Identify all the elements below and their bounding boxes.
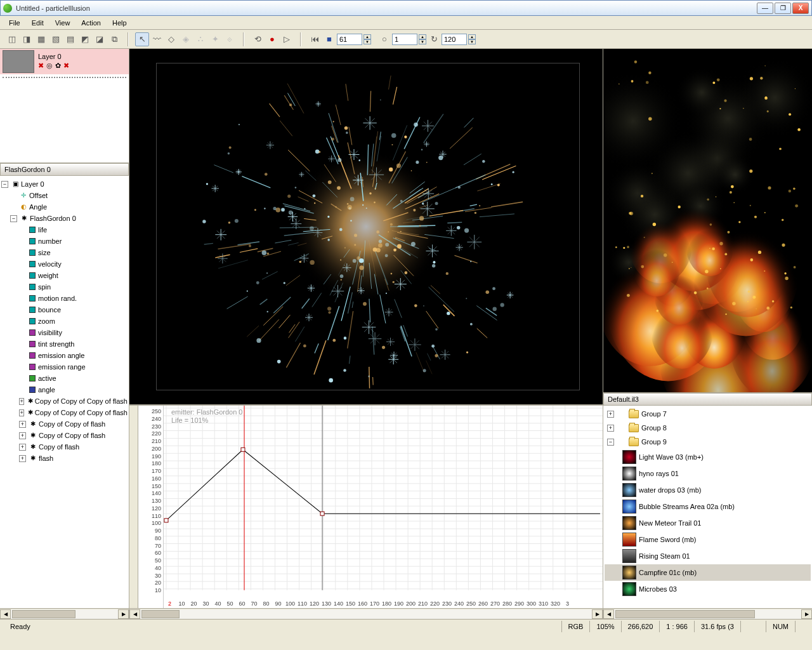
tool-btn-1[interactable]: ◫ xyxy=(5,32,19,46)
lib-scroll-left[interactable]: ◀ xyxy=(603,609,614,619)
svg-point-558 xyxy=(646,81,649,84)
loop-icon[interactable]: ↻ xyxy=(427,32,441,46)
lib-preset-1[interactable]: hyno rays 01 xyxy=(605,465,811,482)
graph-scroll-right[interactable]: ▶ xyxy=(592,609,603,619)
tree-prop-motion-rand-[interactable]: motion rand. xyxy=(1,293,128,304)
stage-viewport[interactable] xyxy=(129,49,603,405)
tool-btn-5[interactable]: ▤ xyxy=(63,32,77,46)
tree-prop-tint-strength[interactable]: tint strength xyxy=(1,338,128,350)
lib-group-1[interactable]: +Group 8 xyxy=(605,421,811,435)
tree-prop-emission-range[interactable]: emission range xyxy=(1,361,128,373)
lib-scroll-thumb[interactable] xyxy=(615,610,755,618)
start-down[interactable]: ▼ xyxy=(419,39,426,44)
tree-copy-4[interactable]: +✱Copy of flash xyxy=(1,441,128,453)
preview-viewport[interactable] xyxy=(603,49,812,393)
lib-preset-3[interactable]: Bubble Streams Area 02a (mb) xyxy=(605,498,811,515)
lib-scroll-right[interactable]: ▶ xyxy=(801,609,812,619)
svg-point-635 xyxy=(764,270,765,272)
svg-point-572 xyxy=(764,212,766,213)
refresh-button[interactable]: ⟲ xyxy=(251,32,265,46)
lib-preset-8[interactable]: Microbes 03 xyxy=(605,581,811,597)
lib-preset-2[interactable]: water drops 03 (mb) xyxy=(605,482,811,498)
tree-copy-5[interactable]: +✱flash xyxy=(1,453,128,464)
eye-off-icon[interactable]: ✖ xyxy=(38,62,44,70)
tree-copy-2[interactable]: +✱Copy of Copy of flash xyxy=(1,418,128,430)
end-down[interactable]: ▼ xyxy=(468,39,476,44)
graph-vscroll[interactable] xyxy=(129,406,138,608)
lib-preset-0[interactable]: Light Wave 03 (mb+) xyxy=(605,449,811,465)
tree-prop-zoom[interactable]: zoom xyxy=(1,315,128,327)
graph-area[interactable]: emitter: FlashGordon 0 Life = 101% 21020… xyxy=(164,406,603,608)
menu-edit[interactable]: Edit xyxy=(27,17,49,29)
tree-prop-number[interactable]: number xyxy=(1,235,128,247)
first-frame-button[interactable]: ⏮ xyxy=(308,32,322,46)
tree-prop-spin[interactable]: spin xyxy=(1,281,128,293)
target-icon[interactable]: ◎ xyxy=(46,62,53,70)
tree-prop-angle[interactable]: angle xyxy=(1,384,128,395)
lib-preset-4[interactable]: New Meteor Trail 01 xyxy=(605,515,811,531)
loop-start-icon[interactable]: ○ xyxy=(377,32,391,46)
end-frame-input[interactable] xyxy=(442,34,467,45)
tree-prop-active[interactable]: active xyxy=(1,373,128,384)
tree-root[interactable]: −▣Layer 0 xyxy=(1,178,128,190)
close-button[interactable]: X xyxy=(792,3,809,14)
lib-group-0[interactable]: +Group 7 xyxy=(605,407,811,421)
graph-hscroll[interactable]: ◀ ▶ xyxy=(129,608,603,619)
lib-preset-7[interactable]: Campfire 01c (mb) xyxy=(605,564,811,581)
tree-copy-3[interactable]: +✱Copy of Copy of flash xyxy=(1,430,128,441)
end-up[interactable]: ▲ xyxy=(468,34,476,39)
tree-emitter[interactable]: −✱FlashGordon 0 xyxy=(1,213,128,224)
scroll-thumb[interactable] xyxy=(12,610,75,618)
tree-offset[interactable]: ✛Offset xyxy=(1,190,128,201)
current-frame-input[interactable] xyxy=(337,34,362,45)
menu-action[interactable]: Action xyxy=(76,17,106,29)
tool-shape[interactable]: ◇ xyxy=(164,32,178,46)
play-button[interactable]: ▷ xyxy=(280,32,294,46)
tree-copy-0[interactable]: +✱Copy of Copy of Copy of flash xyxy=(1,395,128,407)
tree-prop-life[interactable]: life xyxy=(1,224,128,235)
tree-copy-1[interactable]: +✱Copy of Copy of Copy of flash xyxy=(1,407,128,418)
menu-view[interactable]: View xyxy=(50,17,75,29)
graph-scroll-left[interactable]: ◀ xyxy=(129,609,140,619)
layer-item[interactable]: Layer 0 ✖ ◎ ✿ ✖ xyxy=(0,49,129,74)
tool-btn-2[interactable]: ◨ xyxy=(20,32,34,46)
tool-btn-7[interactable]: ◪ xyxy=(93,32,107,46)
svg-point-581 xyxy=(748,290,750,293)
maximize-button[interactable]: ❐ xyxy=(775,3,791,14)
tool-path[interactable]: 〰 xyxy=(150,32,164,46)
tree-prop-bounce[interactable]: bounce xyxy=(1,304,128,315)
tool-btn-8[interactable]: ⧉ xyxy=(107,32,121,46)
scroll-left-icon[interactable]: ◀ xyxy=(0,609,11,619)
tree-prop-emission-angle[interactable]: emission angle xyxy=(1,350,128,361)
tree-angle[interactable]: ◐Angle xyxy=(1,201,128,213)
svg-point-165 xyxy=(239,124,240,125)
svg-point-280 xyxy=(385,254,388,257)
tree-prop-size[interactable]: size xyxy=(1,247,128,258)
tool-btn-6[interactable]: ◩ xyxy=(78,32,92,46)
render-button[interactable]: ● xyxy=(265,32,279,46)
lib-preset-5[interactable]: Flame Sword (mb) xyxy=(605,531,811,548)
frame-down[interactable]: ▼ xyxy=(363,39,371,44)
tree-hscroll[interactable]: ◀ ▶ xyxy=(0,608,129,619)
graph-scroll-thumb[interactable] xyxy=(141,610,180,618)
menu-help[interactable]: Help xyxy=(107,17,132,29)
tool-pointer[interactable]: ↖ xyxy=(135,32,149,46)
menu-file[interactable]: File xyxy=(4,17,25,29)
frame-up[interactable]: ▲ xyxy=(363,34,371,39)
lib-preset-6[interactable]: Rising Steam 01 xyxy=(605,548,811,564)
tree-prop-visibility[interactable]: visibility xyxy=(1,327,128,338)
tree-prop-weight[interactable]: weight xyxy=(1,270,128,281)
tool-btn-4[interactable]: ▧ xyxy=(49,32,63,46)
scroll-right-icon[interactable]: ▶ xyxy=(118,609,129,619)
delete-icon[interactable]: ✖ xyxy=(63,62,69,70)
start-up[interactable]: ▲ xyxy=(419,34,426,39)
tree-prop-velocity[interactable]: velocity xyxy=(1,258,128,270)
lib-hscroll[interactable]: ◀ ▶ xyxy=(603,608,812,619)
gear-icon[interactable]: ✿ xyxy=(55,62,61,70)
stop-button[interactable]: ■ xyxy=(322,32,336,46)
svg-line-144 xyxy=(288,150,310,171)
minimize-button[interactable]: — xyxy=(757,3,773,14)
lib-group-2[interactable]: −Group 9 xyxy=(605,435,811,449)
tool-btn-3[interactable]: ▦ xyxy=(34,32,48,46)
start-frame-input[interactable] xyxy=(392,34,417,45)
